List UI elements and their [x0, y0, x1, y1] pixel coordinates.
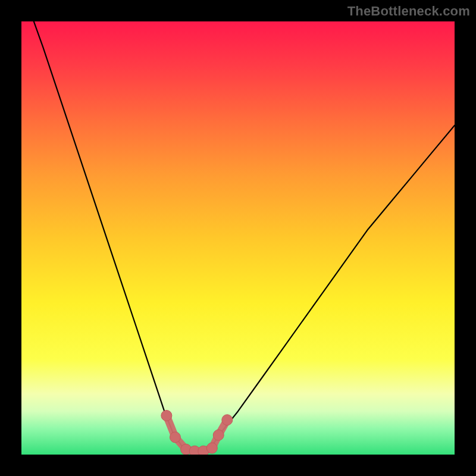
curve-line: [21, 21, 455, 452]
watermark-text: TheBottleneck.com: [347, 4, 470, 19]
chart-container: TheBottleneck.com: [0, 0, 476, 476]
bottleneck-chart: [21, 21, 455, 455]
marker-dot: [206, 443, 217, 453]
marker-dot: [161, 410, 172, 421]
marker-dot: [222, 415, 233, 425]
marker-dot: [170, 432, 180, 443]
marker-dot: [213, 430, 224, 440]
plot-area: [21, 21, 455, 455]
